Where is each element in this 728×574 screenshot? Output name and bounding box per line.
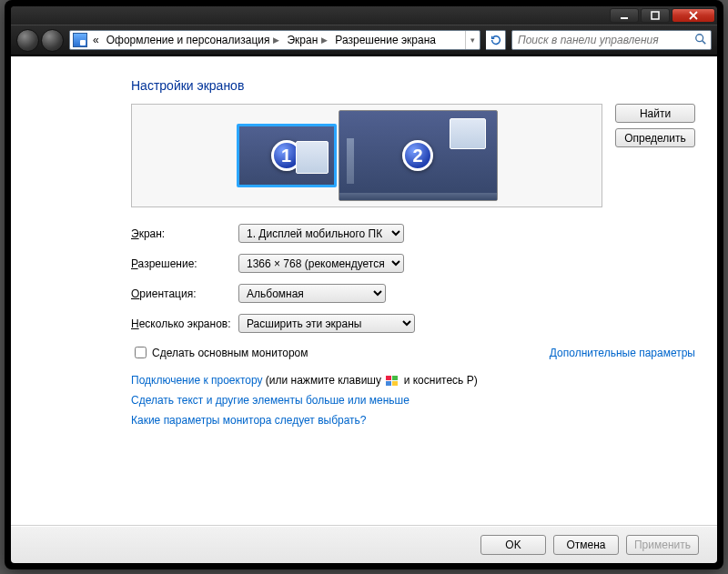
connect-projector-link[interactable]: Подключение к проектору — [131, 374, 263, 387]
maximize-button[interactable] — [641, 8, 670, 23]
footer: OK Отмена Применить — [11, 525, 717, 563]
advanced-settings-link[interactable]: Дополнительные параметры — [550, 347, 695, 359]
back-button[interactable] — [16, 29, 39, 52]
text-size-link[interactable]: Сделать текст и другие элементы больше и… — [131, 394, 410, 407]
content-area: Настройки экранов 1 2 — [11, 55, 717, 525]
titlebar — [11, 6, 717, 25]
apply-button[interactable]: Применить — [626, 535, 699, 555]
ok-button[interactable]: OK — [480, 535, 546, 555]
windows-logo-icon — [386, 376, 399, 387]
svg-rect-1 — [652, 12, 659, 19]
chevron-right-icon: ▶ — [273, 35, 279, 45]
page-title: Настройки экранов — [131, 78, 695, 93]
breadcrumb-item-2[interactable]: Экран ▶ — [283, 31, 331, 49]
decorative-sidebar-icon — [347, 138, 354, 184]
minimize-button[interactable] — [610, 8, 639, 23]
find-button[interactable]: Найти — [615, 104, 695, 123]
make-primary-checkbox[interactable] — [135, 347, 147, 358]
breadcrumb-item-1[interactable]: Оформление и персонализация ▶ — [103, 31, 284, 49]
breadcrumb-label: Разрешение экрана — [335, 34, 436, 46]
address-bar[interactable]: « Оформление и персонализация ▶ Экран ▶ … — [69, 30, 480, 50]
search-input[interactable] — [516, 33, 694, 47]
monitor-preview[interactable]: 1 2 — [131, 104, 602, 207]
monitor-2-number: 2 — [402, 140, 433, 171]
identify-button[interactable]: Определить — [615, 128, 695, 147]
monitor-2[interactable]: 2 — [339, 110, 498, 201]
search-icon — [694, 33, 707, 48]
multi-label: Несколько экранов: — [131, 317, 238, 330]
search-box[interactable] — [511, 30, 712, 50]
close-button[interactable] — [672, 8, 715, 23]
which-settings-link[interactable]: Какие параметры монитора следует выбрать… — [131, 414, 367, 427]
make-primary-label: Сделать основным монитором — [152, 347, 308, 359]
refresh-button[interactable] — [486, 30, 506, 50]
display-select[interactable]: 1. Дисплей мобильного ПК — [238, 224, 404, 243]
cancel-button[interactable]: Отмена — [553, 535, 619, 555]
breadcrumb-item-3[interactable]: Разрешение экрана — [331, 31, 440, 49]
window-frame: « Оформление и персонализация ▶ Экран ▶ … — [5, 0, 723, 569]
svg-rect-0 — [621, 17, 628, 19]
breadcrumb-root[interactable]: « — [89, 31, 103, 49]
multiple-displays-select[interactable]: Расширить эти экраны — [238, 314, 415, 333]
resolution-label: Разрешение: — [131, 257, 238, 270]
breadcrumb-label: Оформление и персонализация — [106, 34, 270, 46]
monitor-1[interactable]: 1 — [237, 124, 337, 187]
forward-button[interactable] — [41, 29, 64, 52]
display-label: Экран: — [131, 227, 238, 240]
breadcrumb-label: Экран — [287, 34, 318, 46]
orientation-select[interactable]: Альбомная — [238, 284, 386, 303]
control-panel-icon — [73, 33, 87, 47]
chevron-right-icon: ▶ — [321, 35, 328, 45]
projector-line: Подключение к проектору (или нажмите кла… — [131, 374, 695, 387]
orientation-label: Ориентация: — [131, 287, 238, 300]
decorative-taskbar-icon — [339, 193, 497, 200]
address-history-dropdown[interactable]: ▾ — [465, 31, 480, 49]
navbar: « Оформление и персонализация ▶ Экран ▶ … — [11, 25, 717, 55]
window-inner: « Оформление и персонализация ▶ Экран ▶ … — [11, 6, 717, 563]
decorative-window-icon — [450, 118, 486, 149]
resolution-select[interactable]: 1366 × 768 (рекомендуется) — [238, 254, 404, 273]
svg-point-2 — [696, 34, 703, 41]
breadcrumb-root-label: « — [93, 34, 99, 46]
decorative-window-icon — [296, 141, 329, 174]
